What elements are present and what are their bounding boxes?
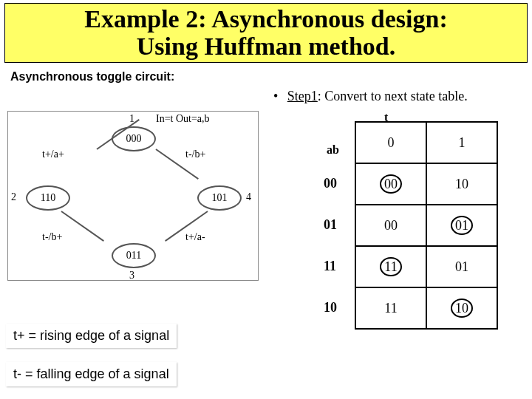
legend-rising: t+ = rising edge of a signal (6, 324, 177, 348)
col-header-1: 1 (426, 122, 497, 163)
title-line-1: Example 2: Asynchronous design: (10, 5, 522, 33)
diag-inout: In=t Out=a,b (156, 113, 210, 125)
row-label-10: 10 (324, 300, 337, 316)
edge-top-right: t-/b+ (185, 149, 205, 160)
diag-num-bottom: 3 (129, 270, 134, 282)
edge-bot-right: t+/a- (185, 231, 205, 243)
legend-falling: t- = falling edge of a signal (6, 362, 177, 386)
step-rest: : Convert to next state table. (318, 89, 468, 103)
col-header-0: 0 (355, 122, 426, 163)
slide-title: Example 2: Asynchronous design: Using Hu… (4, 3, 528, 63)
cell-r3-c0: 11 (355, 287, 426, 329)
cell-r0-c1: 10 (426, 163, 497, 205)
cell-r0-c0: 00 (355, 163, 426, 205)
step-label: Step1 (287, 89, 318, 103)
subheading: Asynchronous toggle circuit: (0, 70, 532, 83)
cell-r2-c0: 11 (355, 246, 426, 287)
table-state-ab: ab (327, 143, 339, 157)
state-110: 110 (26, 185, 70, 211)
next-state-table: 0 1 00 10 00 01 11 01 11 10 (355, 121, 498, 330)
table-row: 00 10 (355, 163, 497, 205)
table-row: 11 10 (355, 287, 497, 329)
row-label-11: 11 (324, 259, 336, 274)
step-line: • Step1: Convert to next state table. (273, 89, 468, 104)
edge-top-left: t+/a+ (42, 149, 64, 160)
row-label-01: 01 (324, 217, 337, 233)
table-row: 11 01 (355, 246, 497, 287)
state-011: 011 (112, 243, 156, 268)
cell-r1-c0: 00 (355, 205, 426, 246)
bullet-icon: • (273, 89, 278, 103)
cell-r2-c1: 01 (426, 246, 497, 287)
cell-r1-c1: 01 (426, 205, 497, 246)
state-diagram: 1 In=t Out=a,b 000 110 101 011 2 4 3 t+/… (7, 111, 259, 281)
state-101: 101 (197, 185, 242, 211)
diag-num-right: 4 (246, 191, 251, 203)
state-000: 000 (112, 126, 156, 151)
row-label-00: 00 (324, 176, 337, 191)
edge-bot-left: t-/b+ (42, 231, 62, 243)
table-row: 00 01 (355, 205, 497, 246)
title-line-2: Using Huffman method. (10, 33, 522, 60)
cell-r3-c1: 10 (426, 287, 497, 329)
diag-num-left: 2 (11, 191, 16, 203)
